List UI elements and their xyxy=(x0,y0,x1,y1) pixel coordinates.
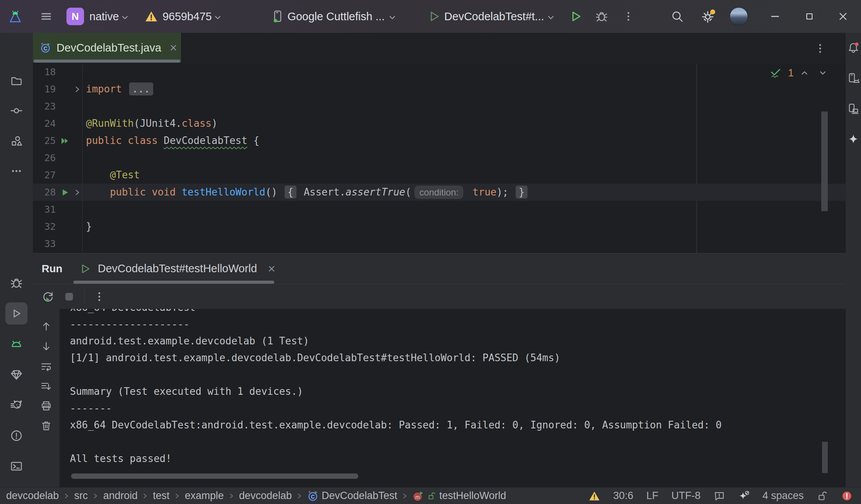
run-test-gutter-icon[interactable] xyxy=(60,187,71,198)
tool-problems-icon[interactable] xyxy=(10,429,23,442)
breadcrumb-item[interactable]: example xyxy=(185,490,224,502)
print-icon[interactable] xyxy=(40,400,52,412)
line-number: 28 xyxy=(33,184,56,201)
tool-debug-icon[interactable] xyxy=(10,276,23,289)
device-chevron-down-icon[interactable] xyxy=(388,13,397,22)
warning-icon[interactable] xyxy=(589,490,600,502)
run-config-chevron-down-icon[interactable] xyxy=(546,13,555,22)
more-options-icon[interactable] xyxy=(622,10,635,23)
stop-button[interactable] xyxy=(63,290,76,303)
run-config-selector[interactable]: DevCodelabTest#t... xyxy=(444,10,544,23)
readonly-notice-bubble-icon[interactable] xyxy=(714,490,725,502)
run-tab-close-icon[interactable] xyxy=(267,264,276,273)
branch-chevron-down-icon[interactable] xyxy=(213,13,222,22)
tool-app-quality-insights-icon[interactable] xyxy=(10,368,23,381)
breadcrumb-label: test xyxy=(153,490,170,502)
inspection-widget[interactable]: 1 xyxy=(769,66,827,79)
minimize-button[interactable] xyxy=(769,10,782,23)
code-line: 33 xyxy=(33,235,846,252)
file-encoding[interactable]: UTF-8 xyxy=(671,490,701,502)
gemini-disabled-icon[interactable] xyxy=(738,490,749,502)
editor-vertical-scrollbar[interactable] xyxy=(821,111,828,211)
main-menu-icon[interactable] xyxy=(40,10,53,23)
maximize-button[interactable] xyxy=(803,10,816,23)
prev-occurrence-icon[interactable] xyxy=(40,321,52,332)
run-button[interactable] xyxy=(569,10,582,23)
breadcrumb-item[interactable]: android xyxy=(103,490,138,502)
tab-options-kebab-icon[interactable] xyxy=(814,42,827,55)
run-toolbar xyxy=(33,284,846,309)
breadcrumb-label: DevCodelabTest xyxy=(322,490,397,502)
project-badge[interactable]: N xyxy=(66,8,84,25)
code-token: } xyxy=(516,186,528,199)
line-number: 33 xyxy=(33,235,56,252)
tool-project-icon[interactable] xyxy=(10,74,23,87)
run-test-gutter-icon[interactable] xyxy=(60,135,71,147)
breadcrumb-item[interactable]: test xyxy=(153,490,170,502)
breadcrumb-label: android xyxy=(103,490,138,502)
tab-close-icon[interactable] xyxy=(169,43,178,52)
tool-structure-icon[interactable] xyxy=(10,134,23,147)
fold-arrow-icon[interactable] xyxy=(73,85,82,94)
error-badge-icon[interactable] xyxy=(841,490,853,502)
tab-devcodelabtest-java[interactable]: C DevCodelabTest.java xyxy=(33,33,181,63)
next-occurrence-icon[interactable] xyxy=(40,341,52,352)
console-line: ------- xyxy=(70,400,722,417)
public-unlock-icon xyxy=(427,491,436,501)
tool-profiler-icon[interactable] xyxy=(10,399,23,412)
caret-position[interactable]: 30:6 xyxy=(613,490,633,502)
console-horizontal-scrollbar[interactable] xyxy=(71,473,358,479)
clear-all-icon[interactable] xyxy=(40,420,52,431)
breadcrumb-separator-icon xyxy=(401,492,409,500)
test-console[interactable]: x86_64 DevCodelabTest-------------------… xyxy=(33,309,846,487)
settings-gear-icon[interactable] xyxy=(701,9,716,24)
code-token: Assert. xyxy=(298,186,345,198)
code-token: DevCodelabTest xyxy=(164,135,248,146)
run-config-play-icon xyxy=(427,10,440,23)
notifications-bell-icon[interactable] xyxy=(847,42,859,54)
code-token: assertTrue xyxy=(345,186,405,198)
project-name[interactable]: native xyxy=(89,10,119,23)
soft-wrap-icon[interactable] xyxy=(40,360,52,372)
java-test-class-icon: C xyxy=(40,42,51,53)
tool-commit-icon[interactable] xyxy=(10,104,23,117)
scroll-to-end-icon[interactable] xyxy=(40,380,52,392)
svg-text:C: C xyxy=(44,45,47,52)
fold-arrow-icon[interactable] xyxy=(73,188,82,197)
unlock-icon[interactable] xyxy=(817,490,828,502)
console-vertical-scrollbar[interactable] xyxy=(822,442,828,473)
next-problem-chevron-down-icon[interactable] xyxy=(818,68,827,78)
tool-terminal-icon[interactable] xyxy=(10,460,23,473)
gemini-sparkle-icon[interactable] xyxy=(847,133,859,145)
device-manager-icon[interactable] xyxy=(847,103,859,115)
breadcrumb-item[interactable]: src xyxy=(74,490,88,502)
code-text: @RunWith(JUnit4.class) xyxy=(86,115,217,132)
line-separator[interactable]: LF xyxy=(646,490,659,502)
branch-name[interactable]: 9659b475 xyxy=(162,10,212,23)
search-icon[interactable] xyxy=(671,10,684,23)
rerun-button[interactable] xyxy=(41,290,54,303)
tool-logcat-icon[interactable] xyxy=(10,338,23,351)
run-more-options-kebab-icon[interactable] xyxy=(93,290,106,303)
indent-setting[interactable]: 4 spaces xyxy=(762,490,804,502)
debug-button[interactable] xyxy=(595,10,608,23)
tool-run-icon[interactable] xyxy=(10,307,23,320)
user-avatar[interactable] xyxy=(730,7,748,26)
code-editor[interactable]: 1819import ...2324@RunWith(JUnit4.class)… xyxy=(33,63,846,253)
project-chevron-down-icon[interactable] xyxy=(120,13,129,22)
svg-text:C: C xyxy=(311,494,315,500)
breadcrumb-item[interactable]: devcodelab xyxy=(6,490,59,502)
tool-more-icon[interactable] xyxy=(10,165,23,178)
close-button[interactable] xyxy=(837,10,850,23)
breadcrumb-item[interactable]: devcodelab xyxy=(239,490,292,502)
running-devices-icon[interactable] xyxy=(847,72,859,84)
code-token: ( xyxy=(405,186,411,198)
breadcrumb-item[interactable]: CDevCodelabTest xyxy=(307,490,397,502)
device-selector[interactable]: Google Cuttlefish ... xyxy=(287,10,385,23)
prev-problem-chevron-up-icon[interactable] xyxy=(800,68,809,78)
run-tab-title: DevCodelabTest#testHelloWorld xyxy=(98,262,257,275)
breadcrumb-item[interactable]: mtestHelloWorld xyxy=(413,490,506,502)
run-tab-selected-underline xyxy=(73,281,274,284)
console-line: Summary (Test executed with 1 devices.) xyxy=(70,383,722,400)
run-tab-devcodelabtest[interactable]: DevCodelabTest#testHelloWorld xyxy=(73,254,282,284)
